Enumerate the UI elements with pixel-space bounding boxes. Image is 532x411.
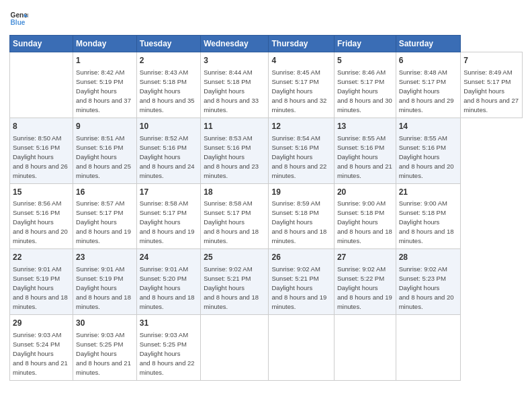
day-info: Sunrise: 8:49 AMSunset: 5:17 PMDaylight … — [463, 68, 519, 113]
day-info: Sunrise: 9:00 AMSunset: 5:18 PMDaylight … — [337, 199, 392, 244]
calendar-cell: 3 Sunrise: 8:44 AMSunset: 5:18 PMDayligh… — [201, 52, 269, 118]
day-number: 7 — [463, 55, 519, 66]
day-number: 28 — [399, 252, 458, 263]
calendar-cell: 22 Sunrise: 9:01 AMSunset: 5:19 PMDaylig… — [10, 249, 73, 315]
column-header-tuesday: Tuesday — [136, 36, 200, 52]
day-number: 18 — [204, 187, 265, 198]
day-info: Sunrise: 9:00 AMSunset: 5:18 PMDaylight … — [399, 199, 454, 244]
day-info: Sunrise: 8:57 AMSunset: 5:17 PMDaylight … — [76, 199, 131, 244]
day-info: Sunrise: 8:56 AMSunset: 5:16 PMDaylight … — [13, 199, 68, 244]
calendar-table: SundayMondayTuesdayWednesdayThursdayFrid… — [9, 35, 523, 381]
day-number: 24 — [140, 252, 197, 263]
header: General Blue — [9, 9, 523, 28]
calendar-cell: 23 Sunrise: 9:01 AMSunset: 5:19 PMDaylig… — [73, 249, 137, 315]
calendar-cell — [269, 315, 334, 381]
day-number: 25 — [204, 252, 265, 263]
calendar-cell: 15 Sunrise: 8:56 AMSunset: 5:16 PMDaylig… — [10, 183, 73, 249]
day-number: 12 — [271, 121, 330, 132]
calendar-cell: 29 Sunrise: 9:03 AMSunset: 5:24 PMDaylig… — [10, 315, 73, 381]
day-info: Sunrise: 9:03 AMSunset: 5:25 PMDaylight … — [140, 331, 195, 376]
column-header-friday: Friday — [334, 36, 396, 52]
day-number: 9 — [76, 121, 134, 132]
day-info: Sunrise: 9:01 AMSunset: 5:19 PMDaylight … — [76, 265, 131, 310]
calendar-cell: 17 Sunrise: 8:58 AMSunset: 5:17 PMDaylig… — [136, 183, 200, 249]
day-info: Sunrise: 8:55 AMSunset: 5:16 PMDaylight … — [399, 134, 454, 179]
calendar-cell: 25 Sunrise: 9:02 AMSunset: 5:21 PMDaylig… — [201, 249, 269, 315]
calendar-cell: 26 Sunrise: 9:02 AMSunset: 5:21 PMDaylig… — [269, 249, 334, 315]
day-number: 13 — [337, 121, 393, 132]
day-number: 21 — [399, 187, 458, 198]
calendar-week-3: 15 Sunrise: 8:56 AMSunset: 5:16 PMDaylig… — [10, 183, 523, 249]
calendar-week-1: 1 Sunrise: 8:42 AMSunset: 5:19 PMDayligh… — [10, 52, 523, 118]
calendar-cell: 5 Sunrise: 8:46 AMSunset: 5:17 PMDayligh… — [334, 52, 396, 118]
page-container: General Blue SundayMondayTuesdayWednesda… — [0, 0, 532, 387]
day-number: 27 — [337, 252, 393, 263]
calendar-cell: 6 Sunrise: 8:48 AMSunset: 5:17 PMDayligh… — [396, 52, 461, 118]
day-number: 4 — [271, 55, 330, 66]
calendar-header-row: SundayMondayTuesdayWednesdayThursdayFrid… — [10, 36, 523, 52]
day-info: Sunrise: 9:03 AMSunset: 5:25 PMDaylight … — [76, 331, 131, 376]
day-info: Sunrise: 8:59 AMSunset: 5:18 PMDaylight … — [271, 199, 326, 244]
day-info: Sunrise: 9:02 AMSunset: 5:22 PMDaylight … — [337, 265, 392, 310]
calendar-cell: 19 Sunrise: 8:59 AMSunset: 5:18 PMDaylig… — [269, 183, 334, 249]
day-info: Sunrise: 8:46 AMSunset: 5:17 PMDaylight … — [337, 68, 392, 113]
column-header-saturday: Saturday — [396, 36, 461, 52]
day-number: 20 — [337, 187, 393, 198]
day-number: 3 — [204, 55, 265, 66]
calendar-cell: 16 Sunrise: 8:57 AMSunset: 5:17 PMDaylig… — [73, 183, 137, 249]
day-info: Sunrise: 8:54 AMSunset: 5:16 PMDaylight … — [271, 134, 326, 179]
calendar-cell — [334, 315, 396, 381]
calendar-body: 1 Sunrise: 8:42 AMSunset: 5:19 PMDayligh… — [10, 52, 523, 381]
day-number: 19 — [271, 187, 330, 198]
day-number: 1 — [76, 55, 134, 66]
calendar-cell: 2 Sunrise: 8:43 AMSunset: 5:18 PMDayligh… — [136, 52, 200, 118]
day-number: 22 — [13, 252, 70, 263]
day-number: 10 — [140, 121, 197, 132]
calendar-cell: 7 Sunrise: 8:49 AMSunset: 5:17 PMDayligh… — [461, 52, 523, 118]
logo-icon: General Blue — [9, 9, 28, 28]
day-number: 31 — [140, 318, 197, 329]
day-info: Sunrise: 9:02 AMSunset: 5:21 PMDaylight … — [204, 265, 259, 310]
day-number: 23 — [76, 252, 134, 263]
day-info: Sunrise: 8:44 AMSunset: 5:18 PMDaylight … — [204, 68, 259, 113]
calendar-cell: 13 Sunrise: 8:55 AMSunset: 5:16 PMDaylig… — [334, 118, 396, 183]
day-info: Sunrise: 8:58 AMSunset: 5:17 PMDaylight … — [204, 199, 259, 244]
day-number: 30 — [76, 318, 134, 329]
calendar-cell: 11 Sunrise: 8:53 AMSunset: 5:16 PMDaylig… — [201, 118, 269, 183]
calendar-cell: 28 Sunrise: 9:02 AMSunset: 5:23 PMDaylig… — [396, 249, 461, 315]
calendar-cell-empty — [10, 52, 73, 118]
day-info: Sunrise: 8:55 AMSunset: 5:16 PMDaylight … — [337, 134, 392, 179]
calendar-week-4: 22 Sunrise: 9:01 AMSunset: 5:19 PMDaylig… — [10, 249, 523, 315]
day-info: Sunrise: 8:45 AMSunset: 5:17 PMDaylight … — [271, 68, 326, 113]
day-number: 8 — [13, 121, 70, 132]
calendar-cell: 12 Sunrise: 8:54 AMSunset: 5:16 PMDaylig… — [269, 118, 334, 183]
day-info: Sunrise: 9:02 AMSunset: 5:21 PMDaylight … — [271, 265, 326, 310]
day-info: Sunrise: 9:03 AMSunset: 5:24 PMDaylight … — [13, 331, 68, 376]
day-info: Sunrise: 8:58 AMSunset: 5:17 PMDaylight … — [140, 199, 195, 244]
svg-text:Blue: Blue — [11, 19, 26, 26]
day-number: 15 — [13, 187, 70, 198]
calendar-week-5: 29 Sunrise: 9:03 AMSunset: 5:24 PMDaylig… — [10, 315, 523, 381]
calendar-cell: 18 Sunrise: 8:58 AMSunset: 5:17 PMDaylig… — [201, 183, 269, 249]
day-info: Sunrise: 8:42 AMSunset: 5:19 PMDaylight … — [76, 68, 131, 113]
day-number: 17 — [140, 187, 197, 198]
column-header-sunday: Sunday — [10, 36, 73, 52]
calendar-cell: 14 Sunrise: 8:55 AMSunset: 5:16 PMDaylig… — [396, 118, 461, 183]
day-info: Sunrise: 8:51 AMSunset: 5:16 PMDaylight … — [76, 134, 131, 179]
calendar-cell: 30 Sunrise: 9:03 AMSunset: 5:25 PMDaylig… — [73, 315, 137, 381]
calendar-week-2: 8 Sunrise: 8:50 AMSunset: 5:16 PMDayligh… — [10, 118, 523, 183]
day-info: Sunrise: 8:43 AMSunset: 5:18 PMDaylight … — [140, 68, 195, 113]
day-number: 5 — [337, 55, 393, 66]
column-header-monday: Monday — [73, 36, 137, 52]
calendar-cell: 27 Sunrise: 9:02 AMSunset: 5:22 PMDaylig… — [334, 249, 396, 315]
column-header-wednesday: Wednesday — [201, 36, 269, 52]
day-number: 14 — [399, 121, 458, 132]
day-number: 26 — [271, 252, 330, 263]
day-info: Sunrise: 8:50 AMSunset: 5:16 PMDaylight … — [13, 134, 68, 179]
day-info: Sunrise: 8:52 AMSunset: 5:16 PMDaylight … — [140, 134, 195, 179]
day-number: 6 — [399, 55, 458, 66]
calendar-cell: 31 Sunrise: 9:03 AMSunset: 5:25 PMDaylig… — [136, 315, 200, 381]
calendar-cell: 1 Sunrise: 8:42 AMSunset: 5:19 PMDayligh… — [73, 52, 137, 118]
calendar-cell: 20 Sunrise: 9:00 AMSunset: 5:18 PMDaylig… — [334, 183, 396, 249]
day-info: Sunrise: 9:02 AMSunset: 5:23 PMDaylight … — [399, 265, 454, 310]
